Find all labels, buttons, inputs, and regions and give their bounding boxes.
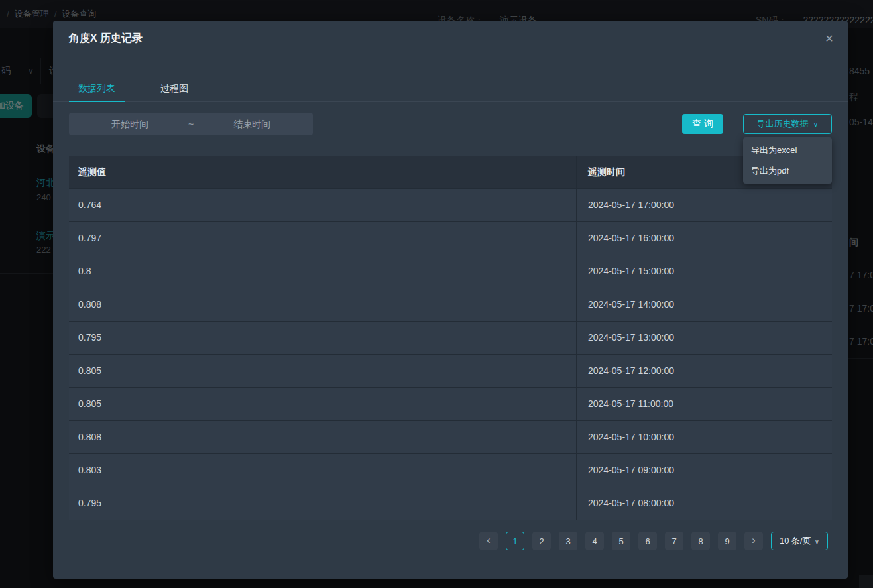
page-button[interactable]: 5 [612,532,630,550]
time-cell: 2024-05-17 15:00:00 [577,255,832,288]
start-time-input[interactable] [76,119,184,129]
telemetry-table: 遥测值 遥测时间 0.764 2024-05-17 17:00:00 0.797… [69,156,832,520]
value-cell: 0.764 [69,189,577,221]
next-page-button[interactable]: › [744,532,763,550]
chevron-down-icon: ∨ [815,538,819,545]
time-cell: 2024-05-17 08:00:00 [577,487,832,520]
table-row[interactable]: 0.803 2024-05-17 09:00:00 [69,453,832,487]
table-row[interactable]: 0.8 2024-05-17 15:00:00 [69,255,832,288]
table-row[interactable]: 0.795 2024-05-17 08:00:00 [69,487,832,520]
table-row[interactable]: 0.808 2024-05-17 10:00:00 [69,420,832,453]
table-row[interactable]: 0.805 2024-05-17 11:00:00 [69,387,832,420]
page-button[interactable]: 7 [665,532,683,550]
history-modal: 角度X 历史记录 ✕ 数据列表 过程图 ~ 查 询 导出历史数据 ∨ 导出为ex… [53,21,848,579]
export-menu: 导出为excel 导出为pdf [743,137,832,184]
prev-page-button[interactable]: ‹ [479,532,498,550]
value-cell: 0.805 [69,355,577,387]
table-row[interactable]: 0.805 2024-05-17 12:00:00 [69,354,832,387]
range-separator: ~ [184,119,198,129]
tab-data-list[interactable]: 数据列表 [69,78,125,102]
page-buttons: 123456789 [506,532,736,550]
time-cell: 2024-05-17 11:00:00 [577,388,832,420]
table-body: 0.764 2024-05-17 17:00:00 0.797 2024-05-… [69,188,832,520]
page-size-select[interactable]: 10 条/页 ∨ [771,532,828,550]
value-cell: 0.808 [69,288,577,321]
table-header-row: 遥测值 遥测时间 [69,156,832,188]
table-row[interactable]: 0.808 2024-05-17 14:00:00 [69,288,832,321]
modal-header: 角度X 历史记录 ✕ [53,21,848,56]
value-cell: 0.8 [69,255,577,288]
date-range-picker[interactable]: ~ [69,113,313,135]
time-cell: 2024-05-17 12:00:00 [577,355,832,387]
page-button[interactable]: 3 [559,532,577,550]
close-icon[interactable]: ✕ [823,32,836,46]
value-cell: 0.805 [69,388,577,420]
value-cell: 0.795 [69,487,577,520]
value-cell: 0.797 [69,222,577,255]
table-row[interactable]: 0.797 2024-05-17 16:00:00 [69,221,832,255]
page-button[interactable]: 6 [638,532,657,550]
modal-title: 角度X 历史记录 [69,21,143,56]
page-button[interactable]: 9 [718,532,736,550]
column-header-value: 遥测值 [69,156,577,188]
toolbar: ~ 查 询 导出历史数据 ∨ [69,113,832,135]
time-cell: 2024-05-17 13:00:00 [577,322,832,354]
page-button[interactable]: 1 [506,532,524,550]
time-cell: 2024-05-17 10:00:00 [577,421,832,453]
tab-process-chart[interactable]: 过程图 [151,78,198,102]
export-history-button[interactable]: 导出历史数据 ∨ [743,114,832,134]
time-cell: 2024-05-17 14:00:00 [577,288,832,321]
time-cell: 2024-05-17 16:00:00 [577,222,832,255]
table-row[interactable]: 0.795 2024-05-17 13:00:00 [69,321,832,354]
page-button[interactable]: 8 [691,532,710,550]
pagination: ‹ 123456789 › 10 条/页 ∨ [479,532,828,550]
page-button[interactable]: 2 [532,532,551,550]
time-cell: 2024-05-17 09:00:00 [577,454,832,487]
chevron-down-icon: ∨ [813,120,818,128]
value-cell: 0.808 [69,421,577,453]
value-cell: 0.803 [69,454,577,487]
query-button[interactable]: 查 询 [682,114,723,134]
export-menu-item-excel[interactable]: 导出为excel [743,140,832,160]
tabbar: 数据列表 过程图 [53,78,848,102]
page-button[interactable]: 4 [585,532,604,550]
end-time-input[interactable] [198,119,306,129]
time-cell: 2024-05-17 17:00:00 [577,189,832,221]
export-menu-item-pdf[interactable]: 导出为pdf [743,160,832,181]
screen: / 设备管理 / 设备查询 设备名称：演示设备 SN码：222222222222… [0,0,873,588]
table-row[interactable]: 0.764 2024-05-17 17:00:00 [69,188,832,221]
value-cell: 0.795 [69,322,577,354]
